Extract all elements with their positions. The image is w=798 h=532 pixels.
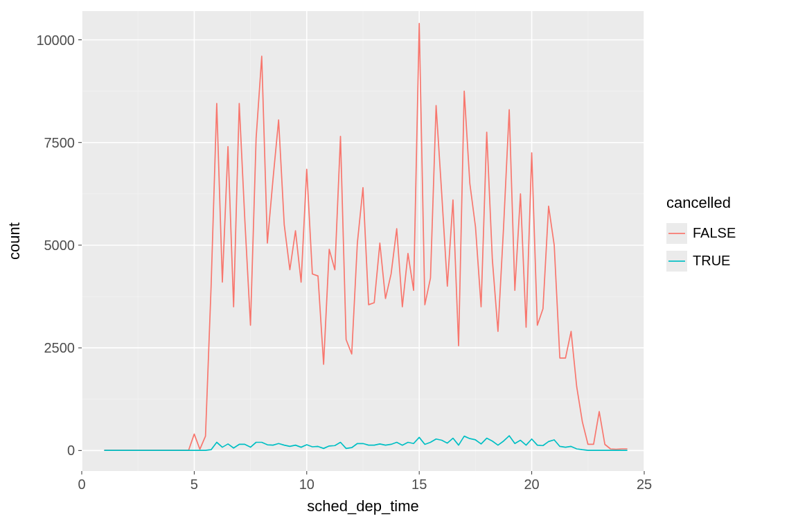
y-tick-label: 7500 bbox=[44, 135, 76, 150]
chart-svg: 0510152025025005000750010000sched_dep_ti… bbox=[0, 0, 798, 532]
chart-container: 0510152025025005000750010000sched_dep_ti… bbox=[0, 0, 798, 532]
y-tick-label: 2500 bbox=[44, 340, 76, 355]
x-tick-label: 0 bbox=[78, 477, 85, 492]
legend-label: FALSE bbox=[693, 225, 736, 240]
legend-label: TRUE bbox=[693, 253, 730, 268]
x-tick-label: 20 bbox=[524, 477, 539, 492]
y-axis-title-g: count bbox=[6, 222, 23, 260]
x-axis-title: sched_dep_time bbox=[307, 497, 418, 515]
y-tick-label: 0 bbox=[67, 443, 75, 458]
y-axis-title: count bbox=[6, 222, 23, 260]
x-tick-label: 25 bbox=[637, 477, 652, 492]
x-tick-label: 15 bbox=[411, 477, 427, 492]
x-tick-label: 5 bbox=[190, 477, 198, 492]
x-tick-label: 10 bbox=[299, 477, 314, 492]
y-tick-label: 10000 bbox=[36, 33, 75, 48]
y-tick-label: 5000 bbox=[44, 238, 76, 253]
legend-title: cancelled bbox=[666, 194, 731, 211]
